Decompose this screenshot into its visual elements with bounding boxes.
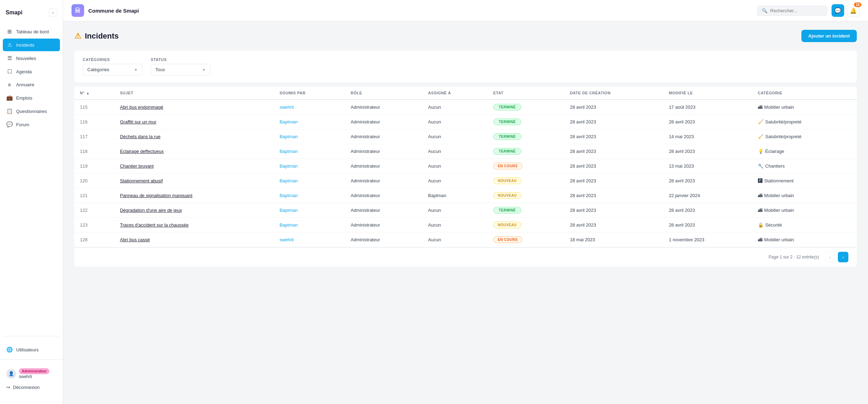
- table-row: 128 Abri bus cassé swehrli Administrateu…: [74, 233, 857, 247]
- sidebar: Smapi ‹ ⊞ Tableau de bord ⚠ Incidents ☰ …: [0, 0, 63, 404]
- cell-subject: Panneau de signalisation manquant: [114, 188, 274, 203]
- cell-categorie: 🧹Salubrité/propreté: [752, 115, 857, 129]
- cell-soumis[interactable]: Baptman: [274, 115, 345, 129]
- status-badge: NOUVEAU: [493, 192, 521, 199]
- chevron-down-icon: ▼: [134, 68, 138, 72]
- table-row: 115 Abri bus endommagé swehrli Administr…: [74, 100, 857, 115]
- cell-soumis[interactable]: Baptman: [274, 218, 345, 233]
- category-icon: 🏙: [758, 237, 762, 242]
- status-label: STATUS: [151, 58, 210, 62]
- cell-soumis[interactable]: Baptman: [274, 144, 345, 159]
- col-etat: ETAT: [488, 87, 564, 100]
- search-box[interactable]: 🔍: [757, 6, 827, 16]
- sidebar-item-agenda[interactable]: ☐ Agenda: [3, 65, 60, 78]
- status-badge: EN COURS: [493, 163, 522, 169]
- user-info: Administrateur swehrli: [19, 368, 49, 379]
- sidebar-item-questionnaires[interactable]: 📋 Questionnaires: [3, 105, 60, 117]
- cell-assigne: Baptman: [422, 188, 488, 203]
- logout-label: Déconnexion: [13, 385, 40, 390]
- collapse-button[interactable]: ‹: [49, 8, 57, 17]
- sidebar-item-incidents[interactable]: ⚠ Incidents: [3, 39, 60, 51]
- cell-modifie: 28 avril 2023: [663, 218, 752, 233]
- nav-icon-nouvelles: ☰: [6, 55, 13, 61]
- col-num[interactable]: N°▲: [74, 87, 114, 100]
- table-row: 122 Dégradation d'une aire de jeux Baptm…: [74, 203, 857, 218]
- cell-soumis[interactable]: swehrli: [274, 233, 345, 247]
- cell-soumis[interactable]: swehrli: [274, 100, 345, 115]
- nav-icon-emplois: 💼: [6, 95, 13, 101]
- col-sujet: SUJET: [114, 87, 274, 100]
- nav-label-agenda: Agenda: [16, 69, 32, 74]
- cell-num: 123: [74, 218, 114, 233]
- nav-label-nouvelles: Nouvelles: [16, 56, 36, 61]
- nav-label-emplois: Emplois: [16, 95, 32, 101]
- prev-page-button[interactable]: ‹: [825, 252, 835, 262]
- col-assigne: ASSIGNÉ À: [422, 87, 488, 100]
- cell-etat: TERMINÉ: [488, 115, 564, 129]
- cell-soumis[interactable]: Baptman: [274, 129, 345, 144]
- table-row: 119 Chantier bruyant Baptman Administrat…: [74, 159, 857, 174]
- status-select[interactable]: Tous ▼: [151, 64, 210, 75]
- cell-etat: TERMINÉ: [488, 100, 564, 115]
- cell-categorie: 🅿Stationnement: [752, 174, 857, 188]
- category-icon: 🅿: [758, 178, 762, 183]
- sidebar-item-label: Utilisateurs: [16, 347, 39, 352]
- cell-etat: TERMINÉ: [488, 144, 564, 159]
- filters-bar: CATÉGORIES Catégories ▼ STATUS Tous ▼: [74, 50, 857, 82]
- sidebar-item-utilisateurs[interactable]: 🌐 Utilisateurs: [3, 343, 60, 356]
- cell-soumis[interactable]: Baptman: [274, 159, 345, 174]
- col-creation: DATE DE CRÉATION: [564, 87, 663, 100]
- cell-num: 115: [74, 100, 114, 115]
- categories-value: Catégories: [87, 67, 109, 72]
- cell-subject: Dégradation d'une aire de jeux: [114, 203, 274, 218]
- sidebar-item-tableau-de-bord[interactable]: ⊞ Tableau de bord: [3, 25, 60, 38]
- status-badge: TERMINÉ: [493, 119, 521, 125]
- cell-categorie: 🏙Mobilier urbain: [752, 233, 857, 247]
- logout-button[interactable]: ↪ Déconnexion: [3, 382, 60, 393]
- cell-modifie: 28 avril 2023: [663, 144, 752, 159]
- table-header: N°▲SUJETSOUMIS PARRÔLEASSIGNÉ ÀETATDATE …: [74, 87, 857, 100]
- cell-num: 119: [74, 159, 114, 174]
- cell-soumis[interactable]: Baptman: [274, 174, 345, 188]
- add-incident-button[interactable]: Ajouter un incident: [801, 30, 857, 42]
- cell-soumis[interactable]: Baptman: [274, 203, 345, 218]
- notifications-button[interactable]: 🔔 19: [847, 4, 860, 17]
- cell-modifie: 14 mai 2023: [663, 129, 752, 144]
- sidebar-item-annuaire[interactable]: ≡ Annuaire: [3, 79, 60, 91]
- table-row: 117 Déchets dans la rue Baptman Administ…: [74, 129, 857, 144]
- header-actions: 💬 🔔 19: [832, 4, 860, 17]
- categories-select[interactable]: Catégories ▼: [83, 64, 142, 75]
- cell-num: 121: [74, 188, 114, 203]
- status-badge: TERMINÉ: [493, 207, 521, 214]
- search-input[interactable]: [770, 8, 823, 13]
- logout-icon: ↪: [6, 385, 10, 390]
- cell-modifie: 13 mai 2023: [663, 159, 752, 174]
- chevron-down-icon: ▼: [202, 68, 206, 72]
- filter-row: CATÉGORIES Catégories ▼ STATUS Tous ▼: [83, 58, 848, 75]
- cell-soumis[interactable]: Baptman: [274, 188, 345, 203]
- cell-creation: 28 avril 2023: [564, 159, 663, 174]
- status-badge: NOUVEAU: [493, 177, 521, 184]
- nav-label-incidents: Incidents: [16, 42, 34, 48]
- sidebar-item-nouvelles[interactable]: ☰ Nouvelles: [3, 52, 60, 65]
- notification-badge: 19: [854, 2, 861, 7]
- cell-role: Administrateur: [345, 188, 422, 203]
- chat-button[interactable]: 💬: [832, 4, 844, 17]
- status-badge: NOUVEAU: [493, 222, 521, 228]
- main-content: 🏛 Commune de Smapi 🔍 💬 🔔 19 ⚠ Incidents …: [63, 0, 868, 404]
- user-name: swehrli: [19, 374, 49, 379]
- nav-icon-questionnaires: 📋: [6, 108, 13, 114]
- sidebar-item-forum[interactable]: 💬 Forum: [3, 118, 60, 131]
- cell-subject: Chantier bruyant: [114, 159, 274, 174]
- table-row: 121 Panneau de signalisation manquant Ba…: [74, 188, 857, 203]
- cell-etat: TERMINÉ: [488, 129, 564, 144]
- next-page-button[interactable]: ›: [838, 252, 848, 262]
- sidebar-nav: ⊞ Tableau de bord ⚠ Incidents ☰ Nouvelle…: [0, 25, 63, 332]
- cell-creation: 28 avril 2023: [564, 144, 663, 159]
- col-categorie: CATÉGORIE: [752, 87, 857, 100]
- pagination-info: Page 1 sur 2 - 12 entrée(s): [769, 255, 819, 260]
- cell-modifie: 17 août 2023: [663, 100, 752, 115]
- commune-icon: 🏛: [75, 7, 81, 14]
- category-icon: 🔒: [758, 222, 764, 228]
- sidebar-item-emplois[interactable]: 💼 Emplois: [3, 92, 60, 104]
